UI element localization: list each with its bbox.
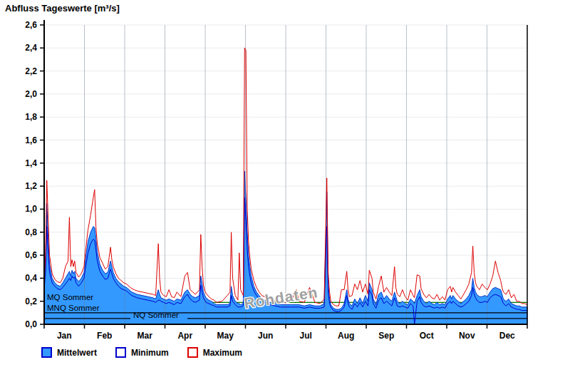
month-label: Jul bbox=[300, 331, 312, 341]
legend-item-maximum: Maximum bbox=[187, 347, 242, 358]
month-label: Oct bbox=[420, 331, 434, 341]
y-tick-label: 0,2 bbox=[25, 296, 37, 306]
y-tick-label: 2,6 bbox=[25, 20, 37, 30]
y-tick-label: 1,0 bbox=[25, 204, 37, 214]
y-tick-label: 1,6 bbox=[25, 135, 37, 145]
minimum-swatch-icon bbox=[115, 347, 126, 358]
legend-label: Mittelwert bbox=[57, 348, 97, 358]
y-tick-label: 2,4 bbox=[25, 43, 37, 53]
chart-window: 0,00,20,40,60,81,01,21,41,61,82,02,22,42… bbox=[0, 0, 570, 392]
y-tick-label: 0,6 bbox=[25, 250, 37, 260]
page-title: Abfluss Tageswerte [m³/s] bbox=[5, 3, 120, 14]
y-tick-label: 0,8 bbox=[25, 227, 37, 237]
maximum-swatch-icon bbox=[187, 347, 198, 358]
legend-label: Maximum bbox=[203, 348, 242, 358]
month-label: Aug bbox=[338, 331, 354, 341]
legend-label: Minimum bbox=[131, 348, 169, 358]
month-label: Mar bbox=[138, 331, 153, 341]
y-tick-label: 2,0 bbox=[25, 89, 37, 99]
ref-label-mq-sommer: MQ Sommer bbox=[47, 293, 93, 301]
month-label: Jan bbox=[57, 331, 72, 341]
ref-label-nq-sommer: NQ Sommer bbox=[133, 311, 179, 319]
month-label: Sep bbox=[378, 331, 394, 341]
y-tick-label: 2,2 bbox=[25, 66, 37, 76]
month-label: May bbox=[217, 331, 234, 341]
ref-label-mnq-sommer: MNQ Sommer bbox=[47, 304, 99, 312]
month-label: Nov bbox=[459, 331, 475, 341]
mittelwert-swatch-icon bbox=[41, 347, 52, 358]
legend-item-mittelwert: Mittelwert bbox=[41, 347, 97, 358]
month-label: Dec bbox=[499, 331, 515, 341]
y-tick-label: 0,0 bbox=[25, 319, 37, 329]
month-label: Jun bbox=[258, 331, 273, 341]
y-tick-label: 0,4 bbox=[25, 273, 37, 283]
discharge-chart: 0,00,20,40,60,81,01,21,41,61,82,02,22,42… bbox=[0, 0, 570, 392]
y-tick-label: 1,4 bbox=[25, 158, 37, 168]
month-label: Apr bbox=[177, 331, 192, 341]
y-tick-label: 1,2 bbox=[25, 181, 37, 191]
month-label: Feb bbox=[97, 331, 112, 341]
vertical-gridlines bbox=[85, 25, 487, 324]
y-tick-label: 1,8 bbox=[25, 112, 37, 122]
legend: Mittelwert Minimum Maximum bbox=[41, 347, 242, 358]
legend-item-minimum: Minimum bbox=[115, 347, 169, 358]
